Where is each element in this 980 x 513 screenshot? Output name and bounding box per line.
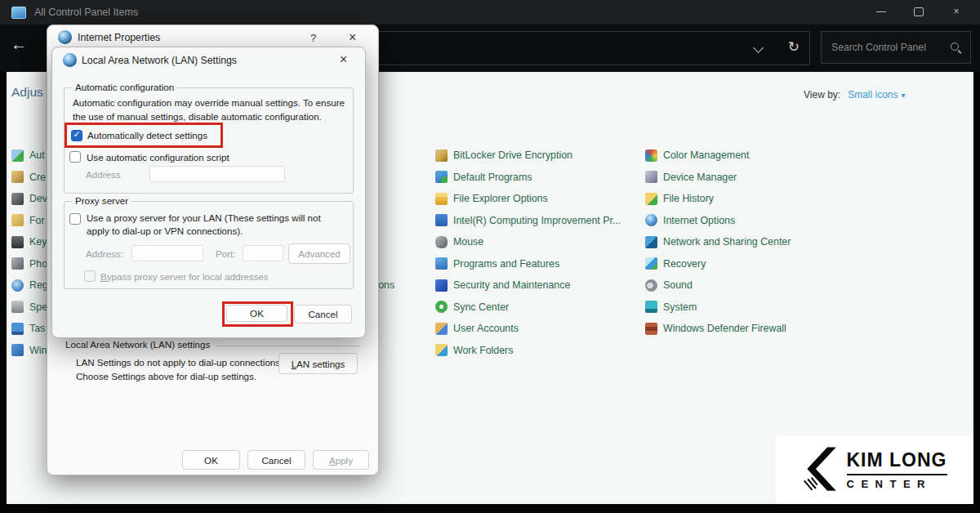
item-label: For — [29, 215, 45, 226]
close-button[interactable]: × — [340, 52, 347, 67]
control-panel-item[interactable]: File History — [645, 188, 791, 210]
control-panel-item[interactable]: Aut — [11, 145, 48, 167]
apply-button[interactable]: Apply — [313, 450, 369, 470]
control-panel-item[interactable]: For — [11, 210, 48, 232]
item-label: Color Management — [663, 149, 749, 161]
cancel-button[interactable]: Cancel — [294, 305, 352, 323]
control-panel-item[interactable]: Dev — [11, 188, 48, 210]
control-panel-item[interactable]: Pho — [11, 253, 48, 275]
cancel-button[interactable]: Cancel — [247, 450, 305, 470]
advanced-button[interactable]: Advanced — [288, 243, 350, 264]
control-panel-item[interactable]: Device Manager — [645, 167, 791, 189]
close-button[interactable]: × — [938, 0, 975, 25]
control-panel-item[interactable]: Win — [11, 340, 48, 362]
use-config-script-checkbox[interactable] — [69, 151, 81, 163]
search-box[interactable] — [821, 31, 971, 64]
control-panel-item[interactable]: Work Folders — [435, 340, 621, 362]
control-panel-item[interactable]: File Explorer Options — [435, 188, 621, 210]
control-panel-item[interactable]: System — [645, 297, 791, 319]
network-sharing-icon — [645, 236, 657, 248]
item-label: Recovery — [663, 258, 706, 270]
item-label: Internet Options — [663, 215, 735, 226]
control-panel-item[interactable]: User Accounts — [435, 318, 621, 340]
security-maintenance-icon — [435, 279, 448, 292]
control-panel-item[interactable]: Security and Maintenance — [435, 274, 621, 297]
control-panel-item[interactable]: Internet Options — [645, 210, 791, 232]
control-panel-item[interactable]: Intel(R) Computing Improvement Pr... — [435, 210, 621, 232]
control-panel-item[interactable]: Tas — [11, 318, 48, 340]
user-accounts-icon — [435, 323, 448, 335]
region-icon — [11, 279, 24, 292]
item-label: Win — [29, 345, 47, 356]
refresh-button[interactable]: ↻ — [788, 38, 800, 56]
proxy-server-group: Proxy server Use a proxy server for your… — [64, 201, 354, 289]
control-panel-item[interactable]: Mouse — [435, 231, 621, 253]
checkbox-label: Automatically detect settings — [87, 130, 207, 141]
maximize-icon — [914, 7, 924, 16]
ok-button[interactable]: OK — [226, 305, 287, 322]
lan-settings-button[interactable]: LAN settings — [278, 353, 358, 374]
control-panel-item[interactable]: Recovery — [645, 253, 791, 275]
page-heading-partial: Adjus — [11, 85, 43, 100]
sound-icon — [645, 279, 657, 292]
item-label: Programs and Features — [453, 258, 559, 270]
search-input[interactable] — [830, 41, 950, 54]
caret-down-icon: ▾ — [902, 91, 906, 100]
help-button[interactable]: ? — [310, 32, 316, 44]
dialog-title: Internet Properties — [78, 32, 160, 43]
recovery-icon — [645, 257, 657, 270]
control-panel-item[interactable]: Sound — [645, 274, 791, 297]
logo-title: KIM LONG — [847, 449, 947, 475]
intel-icon — [435, 214, 448, 226]
use-proxy-server-checkbox[interactable] — [69, 213, 81, 225]
close-button[interactable]: × — [349, 30, 356, 45]
maximize-button[interactable] — [900, 0, 938, 25]
control-panel-item[interactable]: Color Management — [645, 145, 791, 167]
control-panel-item[interactable]: Network and Sharing Center — [645, 231, 791, 253]
item-label: Intel(R) Computing Improvement Pr... — [453, 215, 621, 226]
item-label: Reg — [29, 279, 48, 291]
control-panel-app-icon — [11, 7, 26, 19]
item-label: Security and Maintenance — [453, 279, 570, 291]
group-label: Local Area Network (LAN) settings — [65, 339, 216, 350]
phone-modem-icon — [11, 257, 24, 270]
control-panel-item[interactable]: Sync Center — [435, 297, 621, 319]
control-panel-item[interactable]: Spe — [11, 297, 48, 319]
address-dropdown-icon[interactable] — [753, 42, 764, 53]
item-label: Key — [29, 236, 47, 248]
config-script-address-input[interactable] — [149, 166, 285, 182]
ok-button[interactable]: OK — [182, 450, 240, 470]
bypass-proxy-checkbox[interactable] — [84, 270, 96, 282]
control-panel-item[interactable]: BitLocker Drive Encryption — [435, 145, 621, 167]
annotation-highlight-detect: ✓ Automatically detect settings — [65, 123, 223, 148]
item-label: Mouse — [453, 236, 483, 248]
item-label: Work Folders — [453, 345, 513, 356]
control-panel-item[interactable]: Cre — [11, 167, 48, 189]
checkbox-label: Bypass proxy server for local addresses — [100, 271, 269, 282]
item-label: User Accounts — [453, 323, 519, 334]
view-by: View by: Small icons ▾ — [804, 89, 906, 100]
firewall-icon — [645, 323, 657, 335]
back-button[interactable]: ← — [11, 35, 27, 54]
lan-settings-dialog: Local Area Network (LAN) Settings × Auto… — [51, 47, 366, 338]
proxy-port-label: Port: — [216, 248, 235, 259]
window-controls: — × — [862, 0, 975, 25]
item-label: Pho — [29, 258, 47, 270]
control-panel-item[interactable]: Default Programs — [435, 167, 621, 189]
items-column-right: Color Management Device Manager File His… — [645, 145, 791, 340]
proxy-address-input[interactable] — [131, 245, 203, 261]
logo-subtitle: CENTER — [847, 478, 947, 490]
bitlocker-icon — [435, 149, 448, 162]
control-panel-item[interactable]: Reg — [11, 274, 48, 297]
automatically-detect-settings-checkbox[interactable]: ✓ — [71, 130, 82, 141]
minimize-button[interactable]: — — [862, 0, 900, 25]
view-by-dropdown[interactable]: Small icons ▾ — [848, 89, 905, 100]
control-panel-item[interactable]: Programs and Features — [435, 253, 621, 275]
view-by-value: Small icons — [848, 89, 898, 100]
autoplay-icon — [11, 149, 24, 162]
address-label: Address — [86, 169, 121, 180]
proxy-port-input[interactable] — [243, 245, 283, 261]
control-panel-item[interactable]: Key — [11, 231, 48, 253]
control-panel-item[interactable]: Windows Defender Firewall — [645, 318, 791, 340]
item-label: BitLocker Drive Encryption — [453, 149, 572, 161]
